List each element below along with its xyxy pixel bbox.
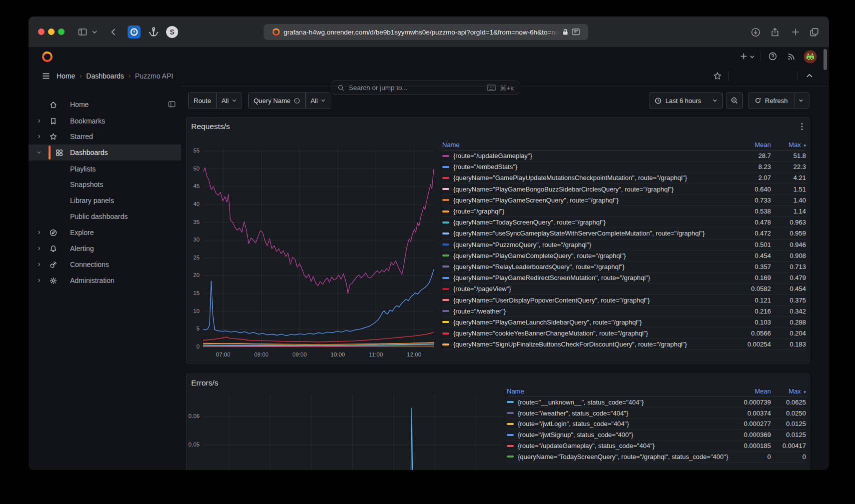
toolbar-chevron-down-icon[interactable] (92, 30, 98, 34)
back-button-icon[interactable] (109, 27, 119, 37)
series-name[interactable]: {queryName="PlayGameBongoBuzzSidebarCirc… (453, 186, 673, 193)
legend-row[interactable]: {queryName="cookieYesBannerChangeMutatio… (442, 328, 806, 339)
series-name[interactable]: {queryName="TodayScreenQuery", route="/g… (518, 453, 728, 460)
series-name[interactable]: {route="/graphql"} (453, 208, 504, 215)
password-manager-icon[interactable] (128, 26, 141, 38)
collapse-toolbar-chevron-up-icon[interactable] (806, 73, 813, 78)
chevron-right-icon[interactable] (36, 246, 43, 252)
chevron-right-icon[interactable] (36, 278, 43, 284)
legend-row[interactable]: {route="/weather"}0.2160.342 (442, 306, 806, 317)
legend-row[interactable]: {queryName="useSyncGameplayStateWithServ… (442, 228, 806, 239)
series-name[interactable]: {route="/weather"} (453, 308, 506, 315)
breadcrumb-item-home[interactable]: Home (57, 72, 75, 80)
legend-row[interactable]: {queryName="PlayGameBongoBuzzSidebarCirc… (442, 184, 806, 195)
legend-row[interactable]: {queryName="SignUpFinalizeButtonsCheckFo… (442, 339, 806, 350)
chevron-right-icon[interactable] (36, 118, 43, 124)
sidebar-item-explore[interactable]: Explore (29, 224, 181, 240)
sidebar-item-alerting[interactable]: Alerting (29, 240, 181, 256)
dock-menu-icon[interactable] (168, 100, 176, 108)
legend-row[interactable]: {route="/graphql"}0.5381.14 (442, 206, 806, 217)
legend-col-mean[interactable]: Mean (729, 388, 771, 395)
series-name[interactable]: {queryName="TodayScreenQuery", route="/g… (453, 218, 606, 226)
legend-col-mean[interactable]: Mean (729, 141, 771, 148)
legend-row[interactable]: {queryName="UserDisplayPopoverContentQue… (442, 294, 806, 306)
refresh-interval-dropdown[interactable] (794, 93, 807, 108)
legend-row[interactable]: {queryName="PlayGameScreenQuery", route=… (442, 195, 806, 206)
legend-row[interactable]: {queryName="PuzzmoQuery", route="/graphq… (442, 240, 806, 250)
series-name[interactable]: {queryName="RelayLeaderboardsQuery", rou… (453, 263, 624, 270)
series-name[interactable]: {queryName="useSyncGameplayStateWithServ… (453, 230, 705, 237)
add-chevron-down-icon[interactable] (749, 54, 755, 59)
query-name-filter[interactable]: Query Name All (248, 92, 331, 108)
errors-chart[interactable] (187, 374, 517, 470)
series-name[interactable]: {queryName="PlayGameRedirectScreenMutati… (453, 274, 650, 282)
series-name[interactable]: {queryName="PlayGameCompleteQuery", rout… (453, 252, 626, 260)
chevron-down-icon[interactable] (36, 150, 43, 156)
address-bar[interactable]: grafana-h4wg.onrender.com/d/be9b1syymwhs… (264, 24, 588, 40)
route-filter-value[interactable]: All (216, 93, 242, 108)
traffic-light-close[interactable] (38, 28, 45, 35)
legend-row[interactable]: {route="/weather", status_code="404"}0.0… (507, 408, 806, 419)
route-filter[interactable]: Route All (188, 92, 242, 108)
panel-menu-kebab-icon[interactable] (801, 122, 803, 130)
legend-row[interactable]: {queryName="TodayScreenQuery", route="/g… (442, 217, 806, 228)
sidebar-item-starred[interactable]: Starred (29, 128, 181, 144)
legend-row[interactable]: {route="/pageView"}0.05820.454 (442, 284, 806, 294)
tab-overview-icon[interactable] (809, 27, 819, 38)
new-tab-icon[interactable] (790, 27, 800, 37)
time-range-picker[interactable]: Last 6 hours (649, 92, 723, 108)
legend-row[interactable]: {route="__unknown__", status_code="404"}… (507, 397, 806, 408)
sidebar-item-administration[interactable]: Administration (29, 272, 181, 288)
sidebar-item-library-panels[interactable]: Library panels (29, 192, 181, 208)
legend-row[interactable]: {queryName="PlayGameRedirectScreenMutati… (442, 272, 806, 284)
traffic-light-minimize[interactable] (48, 28, 55, 35)
sidebar-item-dashboards[interactable]: Dashboards (29, 144, 181, 160)
requests-chart[interactable] (187, 118, 447, 364)
sidebar-item-public-dashboards[interactable]: Public dashboards (29, 208, 181, 224)
series-name[interactable]: {queryName="UserDisplayPopoverContentQue… (453, 296, 650, 304)
reader-view-icon[interactable] (572, 28, 580, 36)
star-dashboard-icon[interactable] (713, 72, 722, 80)
anchor-extension-icon[interactable] (148, 26, 160, 38)
help-icon[interactable] (768, 52, 777, 61)
news-rss-icon[interactable] (787, 52, 796, 61)
series-name[interactable]: {route="/weather", status_code="404"} (518, 410, 628, 417)
user-avatar[interactable] (803, 50, 817, 64)
legend-col-name[interactable]: Name (507, 388, 729, 395)
legend-row[interactable]: {route="/jwtSignup", status_code="400"}0… (507, 430, 806, 440)
series-name[interactable]: {route="__unknown__", status_code="404"} (518, 398, 644, 406)
series-name[interactable]: {queryName="PlayGameLaunchSidebarQuery",… (453, 318, 642, 326)
legend-row[interactable]: {route="/updateGameplay"}28.751.8 (442, 150, 806, 162)
sidebar-item-bookmarks[interactable]: Bookmarks (29, 113, 181, 129)
series-name[interactable]: {queryName="GamePlayUpdateMutationsCheck… (453, 174, 687, 182)
downloads-icon[interactable] (750, 27, 761, 38)
grafana-logo[interactable] (42, 51, 53, 62)
series-name[interactable]: {queryName="SignUpFinalizeButtonsCheckFo… (453, 340, 687, 348)
legend-row[interactable]: {route="/embedStats"}8.2322.3 (442, 162, 806, 172)
series-name[interactable]: {route="/jwtSignup", status_code="400"} (518, 431, 633, 438)
zoom-out-button[interactable] (726, 92, 743, 108)
series-name[interactable]: {route="/jwtLogin", status_code="404"} (518, 420, 629, 428)
legend-row[interactable]: {route="/jwtLogin", status_code="404"}0.… (507, 419, 806, 430)
traffic-light-zoom[interactable] (58, 28, 65, 35)
s-extension-icon[interactable]: S (166, 26, 179, 38)
sidebar-toggle-icon[interactable] (78, 27, 88, 37)
chevron-right-icon[interactable] (36, 262, 43, 268)
chevron-right-icon[interactable] (36, 134, 43, 140)
sidebar-item-home[interactable]: Home (29, 96, 181, 112)
query-name-filter-value[interactable]: All (305, 93, 331, 108)
legend-row[interactable]: {queryName="RelayLeaderboardsQuery", rou… (442, 262, 806, 272)
legend-col-max[interactable]: Max ▾ (771, 141, 806, 148)
legend-col-name[interactable]: Name (442, 141, 729, 148)
legend-row[interactable]: {route="/updateGameplay", status_code="4… (507, 440, 806, 452)
mega-menu-icon[interactable] (42, 72, 51, 80)
add-icon[interactable] (739, 52, 748, 60)
series-name[interactable]: {route="/updateGameplay"} (453, 152, 532, 160)
series-name[interactable]: {queryName="PuzzmoQuery", route="/graphq… (453, 241, 591, 248)
share-icon[interactable] (770, 27, 780, 38)
chevron-right-icon[interactable] (36, 230, 43, 236)
legend-row[interactable]: {queryName="TodayScreenQuery", route="/g… (507, 452, 806, 462)
series-name[interactable]: {route="/updateGameplay", status_code="4… (518, 442, 655, 450)
refresh-button[interactable]: Refresh (748, 93, 794, 108)
legend-col-max[interactable]: Max ▾ (771, 388, 806, 395)
